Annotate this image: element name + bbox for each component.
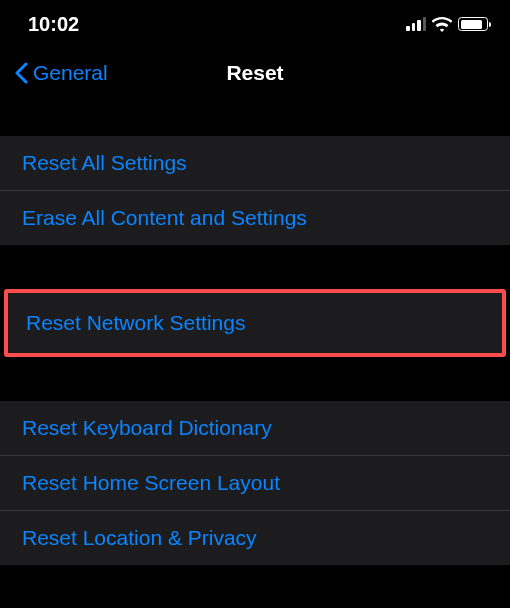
reset-location-privacy-item[interactable]: Reset Location & Privacy: [0, 511, 510, 565]
content: Reset All Settings Erase All Content and…: [0, 136, 510, 565]
erase-all-content-item[interactable]: Erase All Content and Settings: [0, 191, 510, 245]
section-group-2: Reset Keyboard Dictionary Reset Home Scr…: [0, 401, 510, 565]
wifi-icon: [432, 17, 452, 32]
section-group-1: Reset All Settings Erase All Content and…: [0, 136, 510, 245]
page-title: Reset: [226, 61, 283, 85]
back-label: General: [33, 61, 108, 85]
cellular-signal-icon: [406, 17, 426, 31]
battery-icon: [458, 17, 488, 31]
reset-all-settings-item[interactable]: Reset All Settings: [0, 136, 510, 191]
reset-keyboard-dictionary-item[interactable]: Reset Keyboard Dictionary: [0, 401, 510, 456]
status-bar: 10:02: [0, 0, 510, 48]
back-button[interactable]: General: [14, 61, 108, 85]
status-time: 10:02: [28, 13, 79, 36]
status-right-icons: [406, 17, 488, 32]
chevron-left-icon: [14, 62, 28, 84]
navigation-bar: General Reset: [0, 48, 510, 98]
reset-network-settings-item[interactable]: Reset Network Settings: [8, 293, 502, 353]
reset-home-screen-layout-item[interactable]: Reset Home Screen Layout: [0, 456, 510, 511]
highlighted-section: Reset Network Settings: [4, 289, 506, 357]
